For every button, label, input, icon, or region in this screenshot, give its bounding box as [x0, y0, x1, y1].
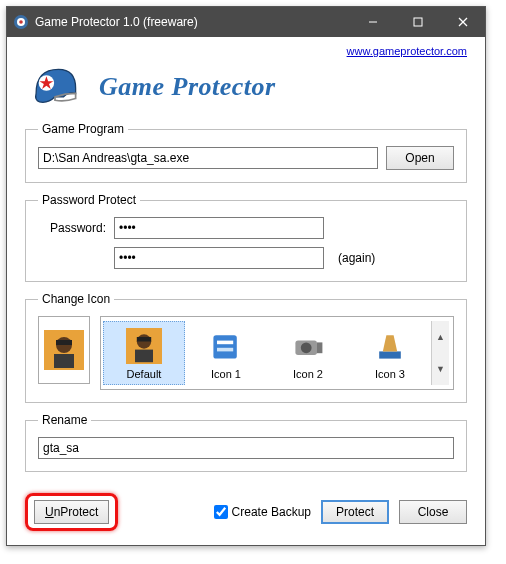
icon-label: Icon 2: [269, 368, 347, 380]
svg-rect-17: [213, 335, 236, 358]
svg-point-21: [301, 342, 312, 353]
svg-rect-19: [217, 348, 233, 352]
maximize-button[interactable]: [395, 7, 440, 37]
svg-point-2: [19, 20, 23, 24]
titlebar[interactable]: Game Protector 1.0 (freeware): [7, 7, 485, 37]
unprotect-button[interactable]: UnProtect: [34, 500, 109, 524]
website-link[interactable]: www.gameprotector.com: [347, 45, 467, 57]
password-input[interactable]: [114, 217, 324, 239]
folder-icon: [208, 328, 244, 364]
unprotect-label: nProtect: [54, 505, 99, 519]
current-icon-preview: [38, 316, 90, 384]
person-icon: [126, 328, 162, 364]
app-window: Game Protector 1.0 (freeware) www.gamepr…: [6, 6, 486, 546]
program-path-input[interactable]: [38, 147, 378, 169]
backup-check-input[interactable]: [214, 505, 228, 519]
open-button[interactable]: Open: [386, 146, 454, 170]
bottom-bar: UnProtect Create Backup Protect Close: [25, 493, 467, 531]
password-group: Password Protect Password: (again): [25, 193, 467, 282]
banner: Game Protector: [25, 59, 467, 114]
window-title: Game Protector 1.0 (freeware): [35, 15, 350, 29]
gallery-scrollbar[interactable]: ▲ ▼: [431, 321, 449, 385]
svg-rect-23: [379, 351, 401, 358]
create-backup-checkbox[interactable]: Create Backup: [214, 505, 311, 519]
svg-rect-4: [414, 18, 422, 26]
unprotect-highlight: UnProtect: [25, 493, 118, 531]
svg-rect-18: [217, 341, 233, 345]
backup-label: Create Backup: [232, 505, 311, 519]
app-icon: [13, 14, 29, 30]
rename-legend: Rename: [38, 413, 91, 427]
again-label: (again): [338, 251, 375, 265]
close-app-button[interactable]: Close: [399, 500, 467, 524]
minimize-button[interactable]: [350, 7, 395, 37]
person-icon: [44, 330, 84, 370]
protect-button[interactable]: Protect: [321, 500, 389, 524]
banner-title: Game Protector: [99, 72, 276, 102]
password-again-input[interactable]: [114, 247, 324, 269]
client-area: www.gameprotector.com Game Protector Gam…: [7, 37, 485, 545]
scroll-down-icon[interactable]: ▼: [432, 353, 449, 385]
icon-label: Default: [106, 368, 182, 380]
svg-rect-12: [56, 340, 72, 345]
icon-label: Icon 3: [351, 368, 429, 380]
change-icon-legend: Change Icon: [38, 292, 114, 306]
icon-item-2[interactable]: Icon 2: [267, 322, 349, 384]
icon-gallery: Default Icon 1 Icon 2 Icon 3: [100, 316, 454, 390]
game-program-legend: Game Program: [38, 122, 128, 136]
svg-rect-16: [137, 337, 151, 342]
svg-rect-15: [135, 350, 153, 363]
rename-input[interactable]: [38, 437, 454, 459]
game-program-group: Game Program Open: [25, 122, 467, 183]
rename-group: Rename: [25, 413, 467, 472]
svg-rect-22: [317, 342, 322, 353]
icon-item-3[interactable]: Icon 3: [349, 322, 431, 384]
password-legend: Password Protect: [38, 193, 140, 207]
svg-rect-11: [54, 354, 74, 368]
icon-item-default[interactable]: Default: [103, 321, 185, 385]
change-icon-group: Change Icon Default Icon 1: [25, 292, 467, 403]
brush-icon: [372, 328, 408, 364]
close-button[interactable]: [440, 7, 485, 37]
password-label: Password:: [38, 221, 106, 235]
icon-item-1[interactable]: Icon 1: [185, 322, 267, 384]
helmet-icon: [25, 59, 85, 114]
scroll-up-icon[interactable]: ▲: [432, 321, 449, 353]
icon-label: Icon 1: [187, 368, 265, 380]
camera-icon: [290, 328, 326, 364]
